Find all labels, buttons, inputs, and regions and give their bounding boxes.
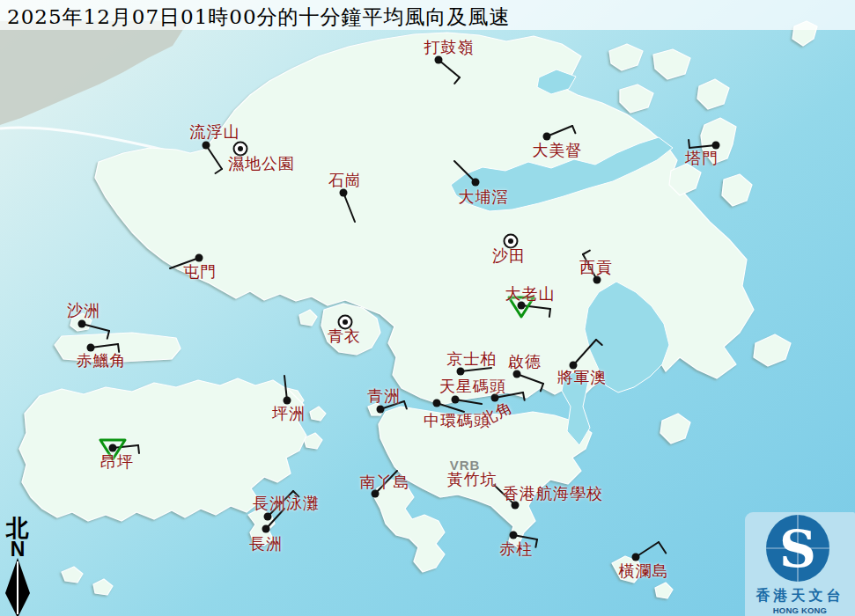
station-dot-icon bbox=[452, 396, 460, 404]
map-title: 2025年12月07日01時00分的十分鐘平均風向及風速 bbox=[7, 4, 511, 31]
station-dot-icon bbox=[512, 502, 520, 510]
calm-dot-icon bbox=[343, 319, 348, 325]
wind-barb-feather bbox=[138, 445, 139, 453]
station-dot-icon bbox=[203, 142, 210, 150]
station-dot-icon bbox=[377, 406, 385, 414]
station-marker bbox=[234, 143, 247, 156]
logo-english-name: HONG KONG OBSERVATORY bbox=[745, 605, 855, 616]
hko-emblem-icon: S bbox=[745, 512, 855, 583]
station-dot-icon bbox=[340, 189, 348, 197]
station-dot-icon bbox=[262, 525, 270, 533]
station-marker bbox=[339, 316, 352, 329]
station-dot-icon bbox=[264, 513, 272, 521]
station-marker bbox=[505, 235, 518, 248]
station-dot-icon bbox=[513, 370, 521, 378]
logo-chinese-name: 香港天文台 bbox=[745, 587, 855, 605]
station-dot-icon bbox=[543, 133, 551, 141]
station-dot-icon bbox=[632, 554, 640, 561]
station-dot-icon bbox=[284, 397, 291, 405]
station-dot-icon bbox=[109, 444, 117, 452]
station-dot-icon bbox=[593, 276, 601, 284]
station-dot-icon bbox=[78, 320, 86, 328]
wind-barb-feather bbox=[549, 309, 550, 317]
calm-dot-icon bbox=[508, 238, 513, 244]
station-dot-icon bbox=[518, 302, 526, 310]
compass-north: 北 N bbox=[3, 516, 33, 616]
station-dot-icon bbox=[87, 344, 95, 352]
station-dot-icon bbox=[570, 362, 578, 370]
north-arrow-icon bbox=[4, 558, 31, 616]
wind-map: 打鼓嶺流浮山濕地公園石崗大美督塔門大埔滘沙田西貢大老山屯門沙洲赤鱲角青衣京士柏啟… bbox=[0, 0, 855, 616]
airport-island bbox=[55, 333, 181, 363]
svg-text:S: S bbox=[779, 519, 816, 579]
station-dot-icon bbox=[433, 400, 441, 407]
station-dot-icon bbox=[712, 142, 720, 150]
station-dot-icon bbox=[491, 394, 499, 402]
hong-kong-map bbox=[0, 0, 855, 616]
wind-barb-feather bbox=[118, 344, 119, 352]
station-dot-icon bbox=[457, 368, 465, 376]
calm-dot-icon bbox=[238, 146, 243, 151]
station-dot-icon bbox=[510, 532, 518, 539]
compass-letter: N bbox=[3, 540, 33, 558]
station-dot-icon bbox=[372, 490, 380, 498]
station-dot-icon bbox=[195, 254, 203, 262]
station-dot-icon bbox=[472, 179, 480, 187]
compass-chinese-label: 北 bbox=[3, 516, 33, 540]
station-dot-icon bbox=[435, 56, 443, 64]
wind-barb-feather bbox=[689, 140, 689, 148]
hko-logo: S 香港天文台 HONG KONG OBSERVATORY bbox=[745, 512, 855, 616]
